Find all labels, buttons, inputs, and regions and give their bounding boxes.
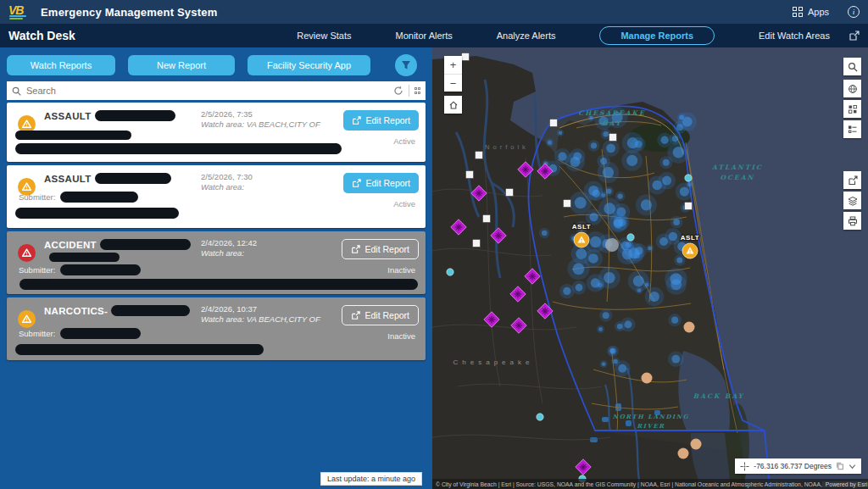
legend-button[interactable] (843, 100, 861, 118)
report-status: Inactive (387, 331, 415, 341)
facility-security-app-button[interactable]: Facility Security App (248, 55, 370, 75)
report-card-accident[interactable]: ACCIDENT 2/4/2026, 12:42 Watch area: Edi… (7, 231, 426, 294)
tab-edit-watch-areas[interactable]: Edit Watch Areas (759, 31, 830, 41)
legend-grid-icon (848, 104, 858, 114)
page-title: Watch Desk (8, 29, 75, 42)
map-canvas: ASLTASLT CHESAPEAKE BAY ATLANTIC OCEAN B… (432, 47, 868, 489)
search-icon (12, 86, 21, 96)
report-card-assault-1[interactable]: ASSAULT 2/5/2026, 7:35 Watch area: VA BE… (7, 103, 426, 162)
search-input[interactable] (26, 86, 388, 96)
reports-panel: Watch Reports New Report Facility Securi… (0, 47, 432, 489)
home-button[interactable] (444, 96, 462, 114)
filter-icon (401, 60, 411, 70)
redacted-text (19, 279, 418, 290)
report-category: ACCIDENT (44, 240, 97, 250)
apps-label: Apps (808, 7, 829, 17)
report-card-assault-2[interactable]: ASSAULT 2/5/2026, 7:30 Watch area: Edit … (7, 165, 426, 228)
zoom-widget: + − (444, 56, 462, 92)
coordinate-widget[interactable]: -76.316 36.737 Degrees (735, 458, 861, 474)
basemap-button[interactable] (843, 80, 861, 97)
map-attribution: © City of Virginia Beach | Esri | Source… (432, 479, 868, 489)
redacted-text (15, 208, 179, 219)
attribution-text: © City of Virginia Beach | Esri | Source… (436, 481, 822, 487)
edit-report-button[interactable]: Edit Report (343, 173, 419, 193)
layers-button[interactable] (843, 192, 861, 209)
edit-report-button[interactable]: Edit Report (343, 110, 419, 131)
report-watch-area: Watch area: (201, 248, 257, 258)
open-external-icon[interactable] (849, 31, 860, 42)
zoom-out-button[interactable]: − (444, 74, 462, 92)
redacted-text (111, 305, 190, 316)
tab-analyze-alerts[interactable]: Analyze Alerts (497, 31, 556, 41)
report-meta: 2/5/2026, 7:35 Watch area: VA BEACH,CITY… (201, 109, 320, 130)
emergency-management-app: VB Emergency Management System Apps i Wa… (0, 0, 868, 489)
report-datetime: 2/5/2026, 7:35 (201, 109, 320, 119)
tab-review-stats[interactable]: Review Stats (297, 31, 351, 41)
label-atlantic-ocean: ATLANTIC (711, 164, 763, 171)
warning-icon (18, 244, 36, 262)
copy-icon[interactable] (836, 462, 844, 470)
print-icon (848, 216, 858, 226)
label-north-landing-river: NORTH LANDING (613, 413, 689, 420)
tab-manage-reports[interactable]: Manage Reports (599, 26, 715, 45)
share-button[interactable] (843, 171, 861, 189)
redacted-text (15, 344, 264, 355)
edit-report-icon (351, 311, 360, 320)
apps-button[interactable]: Apps (793, 7, 829, 17)
svg-text:RIVER: RIVER (637, 422, 665, 430)
submitter-label: Submitter: (19, 265, 55, 275)
powered-by-esri: Powered by Esri (822, 481, 868, 487)
label-norfolk-city: Norfolk (485, 143, 529, 151)
report-category: ASSAULT (44, 111, 92, 121)
edit-report-icon (351, 245, 360, 254)
globe-icon (848, 84, 858, 94)
refresh-icon[interactable] (393, 86, 403, 96)
report-watch-area: Watch area: (201, 182, 253, 192)
report-list: ASSAULT 2/5/2026, 7:35 Watch area: VA BE… (0, 100, 432, 360)
report-datetime: 2/4/2026, 12:42 (201, 238, 257, 248)
redacted-text (15, 143, 342, 154)
submitter-label: Submitter: (19, 329, 55, 338)
edit-report-button[interactable]: Edit Report (342, 305, 419, 325)
nav-tabs: Review Stats Monitor Alerts Analyze Aler… (297, 26, 837, 45)
edit-report-icon (352, 179, 361, 188)
last-update-badge: Last update: a minute ago (320, 472, 422, 486)
edit-report-button[interactable]: Edit Report (342, 239, 419, 259)
label-chesapeake-city: Chesapeake (453, 358, 534, 366)
submitter-row: Submitter: (19, 264, 141, 275)
watch-reports-button[interactable]: Watch Reports (7, 55, 115, 75)
tab-monitor-alerts[interactable]: Monitor Alerts (396, 31, 453, 41)
info-icon[interactable]: i (848, 6, 860, 18)
coordinates-value: -76.316 36.737 Degrees (754, 462, 832, 470)
app-header: VB Emergency Management System Apps i (0, 0, 868, 24)
edit-report-icon (352, 116, 361, 125)
redacted-text (49, 253, 120, 262)
app-title: Emergency Management System (41, 6, 217, 19)
label-chesapeake-bay: CHESAPEAKE (578, 109, 645, 117)
submitter-row: Submitter: (19, 328, 141, 339)
report-card-narcotics[interactable]: NARCOTICS- 2/4/2026, 10:37 Watch area: V… (7, 297, 426, 360)
layout-grid-icon[interactable] (415, 87, 421, 94)
map-search-button[interactable] (843, 58, 861, 75)
vb-logo: VB (8, 3, 31, 21)
print-button[interactable] (843, 212, 861, 230)
redacted-text (95, 110, 175, 121)
submitter-row: Submitter: (19, 192, 138, 203)
redacted-text (95, 173, 171, 184)
report-watch-area: Watch area: VA BEACH,CITY OF (201, 119, 320, 130)
zoom-in-button[interactable]: + (444, 56, 462, 74)
new-report-button[interactable]: New Report (128, 55, 235, 75)
report-status: Active (393, 199, 415, 208)
search-bar (7, 81, 426, 100)
report-datetime: 2/4/2026, 10:37 (201, 304, 320, 314)
search-icon (848, 62, 858, 72)
label-back-bay: BACK BAY (693, 392, 744, 400)
map-view[interactable]: ASLTASLT CHESAPEAKE BAY ATLANTIC OCEAN B… (432, 47, 868, 489)
apps-grid-icon (793, 7, 803, 17)
redacted-text (60, 328, 141, 339)
filter-button[interactable] (395, 54, 417, 76)
chevron-down-icon[interactable] (849, 463, 856, 470)
watch-desk-nav: Watch Desk Review Stats Monitor Alerts A… (0, 24, 868, 47)
layer-list-button[interactable] (843, 120, 861, 138)
report-datetime: 2/5/2026, 7:30 (201, 172, 253, 182)
